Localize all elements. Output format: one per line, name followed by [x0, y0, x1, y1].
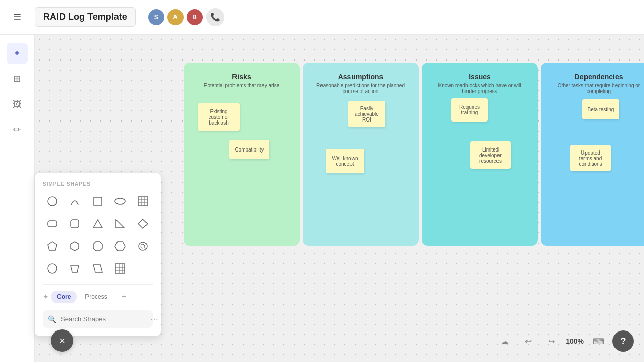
svg-point-19: [48, 264, 57, 273]
bottom-controls: ☁ ↩ ↪ 100% ⌨ ?: [495, 330, 634, 352]
svg-marker-14: [71, 242, 79, 251]
svg-rect-9: [71, 220, 79, 228]
fab-close-button[interactable]: ×: [51, 329, 73, 352]
sticky-compatibility[interactable]: Compatibility: [229, 140, 269, 159]
risks-title: Risks: [194, 73, 289, 81]
shape-diamond[interactable]: [133, 214, 153, 233]
svg-marker-15: [93, 242, 102, 251]
shape-hexagon[interactable]: [65, 236, 84, 256]
sticky-existing-customer[interactable]: Existing customer backlash: [198, 103, 240, 131]
avatar-b[interactable]: B: [187, 9, 203, 25]
call-button[interactable]: 📞: [206, 8, 224, 26]
svg-marker-12: [138, 219, 148, 228]
add-shape-tab[interactable]: +: [115, 290, 132, 304]
svg-rect-22: [115, 264, 125, 273]
svg-rect-3: [138, 197, 148, 206]
help-button[interactable]: ?: [612, 330, 634, 352]
svg-marker-16: [115, 242, 125, 251]
shape-inner-grid[interactable]: [110, 259, 130, 278]
dependencies-card: Dependencies Other tasks that require be…: [541, 63, 644, 246]
svg-rect-1: [94, 197, 102, 205]
sticky-well-known[interactable]: Well known concept: [326, 149, 364, 173]
search-shapes-box[interactable]: 🔍 ⋯: [43, 310, 153, 328]
shape-rounded-square[interactable]: [65, 214, 84, 233]
sticky-training[interactable]: Requires training: [451, 98, 488, 122]
dependencies-subtitle: Other tasks that require beginning or co…: [551, 83, 644, 94]
undo-button[interactable]: ↩: [519, 332, 537, 350]
shape-table-grid[interactable]: [133, 192, 153, 211]
svg-point-17: [139, 242, 147, 250]
search-more-icon[interactable]: ⋯: [150, 314, 158, 324]
search-icon: 🔍: [48, 315, 56, 323]
shape-octagon[interactable]: [88, 236, 107, 256]
risks-card: Risks Potential problems that may arise …: [184, 63, 300, 246]
sidebar-frame-button[interactable]: ⊞: [7, 68, 28, 89]
shape-circle2[interactable]: [133, 236, 153, 256]
sticky-developer[interactable]: Limited developer resources: [470, 141, 511, 169]
shape-parallelogram[interactable]: [88, 259, 107, 278]
avatar-s[interactable]: S: [148, 9, 164, 25]
shapes-section-label: SIMPLE SHAPES: [43, 181, 153, 187]
shape-pentagon[interactable]: [43, 236, 62, 256]
shape-rounded-rect[interactable]: [43, 214, 62, 233]
avatar-a[interactable]: A: [167, 9, 184, 25]
search-shapes-input[interactable]: [61, 315, 146, 323]
svg-rect-8: [48, 221, 57, 227]
menu-button[interactable]: ☰: [8, 8, 26, 26]
shapes-panel: SIMPLE SHAPES: [35, 173, 161, 336]
redo-button[interactable]: ↪: [542, 332, 561, 350]
shapes-grid: [43, 192, 153, 278]
core-tab[interactable]: Core: [51, 291, 77, 303]
shapes-star-icon[interactable]: ✦: [43, 293, 49, 301]
shape-hexagon2[interactable]: [110, 236, 130, 256]
risks-subtitle: Potential problems that may arise: [194, 83, 289, 88]
dependencies-title: Dependencies: [551, 73, 644, 81]
svg-marker-20: [71, 266, 79, 272]
keyboard-button[interactable]: ⌨: [589, 332, 607, 350]
issues-subtitle: Known roadblocks which have or will hind…: [432, 83, 528, 94]
sidebar-shapes-button[interactable]: ✦: [7, 43, 28, 64]
sticky-roi[interactable]: Easily achievable ROI: [348, 101, 385, 127]
sidebar-image-button[interactable]: 🖼: [7, 94, 28, 115]
collaborators: S A B 📞: [148, 8, 224, 26]
process-tab[interactable]: Process: [79, 291, 113, 303]
cloud-save-button[interactable]: ☁: [495, 332, 514, 350]
svg-marker-11: [116, 220, 124, 228]
left-sidebar: ✦ ⊞ 🖼 ✏: [0, 35, 35, 362]
document-title[interactable]: RAID Log Template: [35, 7, 136, 27]
svg-marker-10: [93, 220, 102, 228]
zoom-level: 100%: [566, 337, 584, 345]
issues-title: Issues: [432, 73, 528, 81]
sticky-terms[interactable]: Updated terms and conditions: [570, 145, 611, 171]
shape-arc[interactable]: [65, 192, 84, 211]
svg-point-0: [48, 197, 57, 206]
svg-marker-21: [93, 265, 102, 272]
svg-point-2: [115, 198, 125, 204]
shape-right-triangle[interactable]: [110, 214, 130, 233]
shape-ellipse[interactable]: [110, 192, 130, 211]
shape-tabs: ✦ Core Process +: [43, 284, 153, 304]
svg-point-18: [141, 244, 145, 248]
shape-circle-outline[interactable]: [43, 259, 62, 278]
shape-trapezoid[interactable]: [65, 259, 84, 278]
shape-square[interactable]: [88, 192, 107, 211]
issues-card: Issues Known roadblocks which have or wi…: [422, 63, 538, 246]
shape-circle[interactable]: [43, 192, 62, 211]
svg-marker-13: [48, 242, 57, 250]
header: ☰ RAID Log Template S A B 📞: [0, 0, 644, 35]
sticky-beta[interactable]: Beta testing: [582, 99, 619, 119]
assumptions-card: Assumptions Reasonable predictions for t…: [303, 63, 419, 246]
assumptions-subtitle: Reasonable predictions for the planned c…: [313, 83, 408, 94]
assumptions-title: Assumptions: [313, 73, 408, 81]
menu-icon: ☰: [13, 12, 21, 23]
sidebar-draw-button[interactable]: ✏: [7, 119, 28, 140]
shape-triangle[interactable]: [88, 214, 107, 233]
